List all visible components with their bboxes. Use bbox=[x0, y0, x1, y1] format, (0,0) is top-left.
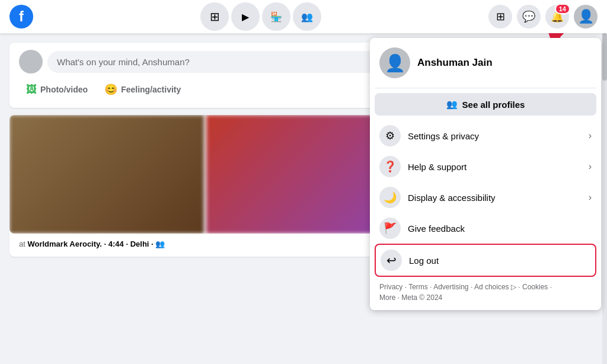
logout-item-left: ↩ Log out bbox=[381, 250, 439, 271]
feeling-icon: 😊 bbox=[104, 83, 117, 96]
display-item-left: 🌙 Display & accessibility bbox=[379, 187, 496, 208]
location-name: Worldmark Aerocity. bbox=[27, 240, 101, 248]
feeling-activity-button[interactable]: 😊 Feeling/activity bbox=[97, 78, 188, 101]
navbar-center: ⊞ ▶ 🏪 👥 bbox=[200, 2, 321, 31]
help-label: Help & support bbox=[408, 162, 467, 172]
more-link[interactable]: More bbox=[379, 293, 395, 302]
facebook-logo[interactable]: f bbox=[9, 5, 33, 28]
profile-section[interactable]: 👤 Anshuman Jain bbox=[375, 43, 596, 83]
profile-name: Anshuman Jain bbox=[417, 57, 493, 69]
photo-video-label: Photo/video bbox=[40, 85, 88, 94]
display-label: Display & accessibility bbox=[408, 193, 496, 203]
notification-badge: 14 bbox=[555, 4, 570, 14]
photo-video-icon: 🖼 bbox=[26, 84, 37, 96]
settings-item-left: ⚙ Settings & privacy bbox=[379, 125, 479, 146]
advertising-link[interactable]: Advertising bbox=[433, 283, 468, 291]
ad-choices-icon: ▷ bbox=[511, 283, 518, 291]
meta-copyright: Meta © 2024 bbox=[401, 293, 442, 302]
avatar-icon: 👤 bbox=[578, 9, 594, 24]
navbar: f ⊞ ▶ 🏪 👥 ⊞ 💬 🔔 14 👤 bbox=[0, 0, 607, 33]
help-chevron-icon: › bbox=[589, 161, 592, 172]
navbar-left: f bbox=[9, 5, 33, 28]
marketplace-nav-button[interactable]: 🏪 bbox=[262, 2, 290, 31]
home-nav-button[interactable]: ⊞ bbox=[200, 2, 229, 31]
privacy-link[interactable]: Privacy bbox=[379, 283, 402, 291]
display-chevron-icon: › bbox=[589, 192, 592, 203]
feedback-label: Give feedback bbox=[408, 223, 465, 234]
divider-1 bbox=[375, 88, 596, 88]
cookies-link[interactable]: Cookies bbox=[522, 283, 548, 291]
notifications-icon-button[interactable]: 🔔 14 bbox=[545, 5, 569, 28]
feedback-icon: 🚩 bbox=[379, 218, 401, 239]
feeling-label: Feeling/activity bbox=[121, 85, 181, 94]
terms-link[interactable]: Terms bbox=[408, 283, 428, 291]
main-content: What's on your mind, Anshuman? 🖼 Photo/v… bbox=[0, 33, 607, 364]
logout-item[interactable]: ↩ Log out bbox=[375, 244, 596, 277]
footer-links: Privacy · Terms · Advertising · Ad choic… bbox=[375, 277, 596, 305]
settings-label: Settings & privacy bbox=[408, 131, 479, 141]
display-accessibility-item[interactable]: 🌙 Display & accessibility › bbox=[375, 182, 596, 213]
settings-privacy-item[interactable]: ⚙ Settings & privacy › bbox=[375, 120, 596, 151]
post-location: at Worldmark Aerocity. · 4:44 · Delhi · … bbox=[19, 236, 165, 252]
feedback-item-left: 🚩 Give feedback bbox=[379, 218, 465, 239]
grid-icon: ⊞ bbox=[496, 10, 505, 23]
see-all-profiles-label: See all profiles bbox=[462, 100, 525, 110]
help-icon: ❓ bbox=[379, 156, 401, 177]
help-item-left: ❓ Help & support bbox=[379, 156, 467, 177]
groups-nav-button[interactable]: 👥 bbox=[293, 2, 321, 31]
display-icon: 🌙 bbox=[379, 187, 401, 208]
post-time: · 4:44 · Delhi · 👥 bbox=[104, 240, 165, 248]
footer-sep-5: · bbox=[550, 283, 552, 291]
see-all-profiles-button[interactable]: 👥 See all profiles bbox=[375, 93, 596, 116]
profile-avatar: 👤 bbox=[379, 47, 410, 78]
profile-menu-button[interactable]: 👤 bbox=[574, 5, 598, 28]
ad-choices-link[interactable]: Ad choices bbox=[474, 283, 509, 291]
settings-chevron-icon: › bbox=[589, 130, 592, 141]
feed-image-1[interactable] bbox=[9, 115, 204, 234]
help-support-item[interactable]: ❓ Help & support › bbox=[375, 151, 596, 182]
composer-avatar bbox=[19, 50, 43, 74]
logout-icon: ↩ bbox=[381, 250, 402, 271]
settings-icon: ⚙ bbox=[379, 125, 401, 146]
give-feedback-item[interactable]: 🚩 Give feedback bbox=[375, 213, 596, 244]
logout-label: Log out bbox=[409, 256, 439, 266]
dropdown-menu: 👤 Anshuman Jain 👥 See all profiles ⚙ Set… bbox=[370, 38, 601, 310]
messenger-icon-button[interactable]: 💬 bbox=[517, 5, 541, 28]
avatar-person-icon: 👤 bbox=[385, 53, 405, 73]
footer-sep-4: · bbox=[518, 283, 522, 291]
see-all-profiles-icon: 👥 bbox=[446, 99, 458, 110]
watch-nav-button[interactable]: ▶ bbox=[231, 2, 260, 31]
grid-icon-button[interactable]: ⊞ bbox=[488, 5, 512, 28]
navbar-right: ⊞ 💬 🔔 14 👤 bbox=[488, 5, 598, 28]
photo-video-button[interactable]: 🖼 Photo/video bbox=[19, 78, 95, 101]
messenger-icon: 💬 bbox=[522, 10, 535, 23]
